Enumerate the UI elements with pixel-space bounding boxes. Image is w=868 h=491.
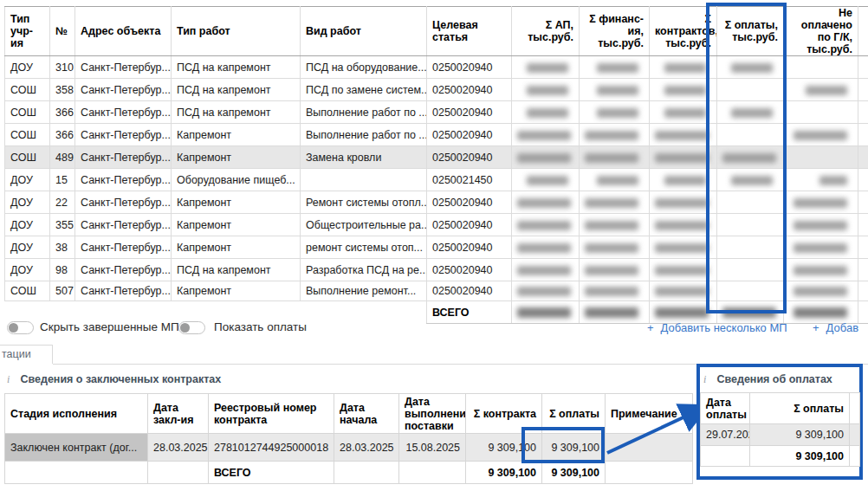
cell-institution-type: СОШ [5,146,50,169]
cell-address: Санкт-Петербур... [75,169,172,191]
col-note[interactable]: Примечание [606,394,693,434]
cell-unpaid-redacted [784,191,858,214]
col-work-type[interactable]: Тип работ [172,7,301,56]
col-contract-sum[interactable]: Σ контракта [466,394,542,434]
cell-sum-financing-redacted [580,281,650,301]
cell-number: 366 [50,101,75,124]
cell-sum-payments-redacted [717,214,784,236]
cell-address: Санкт-Петербур... [75,191,172,214]
table-row[interactable]: ДОУ 38 Санкт-Петербур... Капремонт ремон… [5,236,868,259]
hide-completed-toggle[interactable] [7,321,34,334]
table-row[interactable]: ДОУ 15 Санкт-Петербур... Оборудование пи… [5,169,868,191]
cell-sum-ap-redacted [512,101,580,124]
payments-table-header: Дата оплаты Σ оплаты [701,393,860,424]
empty-cell [606,462,693,484]
cell-work-type: Капремонт [172,146,301,169]
table-row[interactable]: ДОУ 355 Санкт-Петербур... Капремонт Обще… [5,214,868,236]
cell-work-kind: ремонт системы отоп... [301,236,427,259]
cell-unpaid-redacted [784,101,858,124]
cell-target-article: 0250020940 [427,191,512,214]
tab-locations-clipped[interactable]: тации [0,345,53,364]
cell-work-type: ПСД на капремонт [172,101,301,124]
cell-number: 358 [50,79,75,101]
table-row[interactable]: СОШ 489 Санкт-Петербур... Капремонт Заме… [5,146,868,169]
table-row[interactable]: ДОУ 98 Санкт-Петербур... ПСД на капремон… [5,259,868,281]
empty-cell [148,462,209,484]
cell-sum-financing-redacted [580,169,650,191]
show-payments-toggle[interactable] [178,321,205,334]
cell-work-type: Капремонт [172,191,301,214]
cell-sum-ap-redacted [512,79,580,101]
total-unpaid-redacted [784,301,858,324]
col-payment-sum[interactable]: Σ оплаты [750,393,850,424]
cell-address: Санкт-Петербур... [75,259,172,281]
col-clipped [850,393,860,424]
cell-sum-contracts-redacted [650,281,717,301]
cell-work-type: Капремонт [172,281,301,301]
col-execution-stage[interactable]: Стадия исполнения [5,394,148,434]
cell-unpaid-redacted [784,124,858,146]
cell-number: 355 [50,214,75,236]
col-number[interactable]: № [50,7,75,56]
table-row[interactable]: ДОУ 310 Санкт-Петербур... ПСД на капремо… [5,56,868,79]
col-registry-number[interactable]: Реестровый номер контракта [209,394,334,434]
cell-target-article: 0250020940 [427,146,512,169]
table-row[interactable]: СОШ 366 Санкт-Петербур... Капремонт Выпо… [5,124,868,146]
cell-execution-stage-selected[interactable]: Заключен контракт (дог... [5,434,148,462]
cell-sum-financing-redacted [580,236,650,259]
col-address[interactable]: Адрес объекта [75,7,172,56]
contract-row[interactable]: Заключен контракт (дог... 28.03.2025 278… [5,434,693,462]
col-work-kind[interactable]: Вид работ [301,7,427,56]
col-payment-date[interactable]: Дата оплаты [701,393,750,424]
cell-address: Санкт-Петербур... [75,124,172,146]
cell-work-kind: Выполнение работ по ... [301,124,427,146]
table-row[interactable]: СОШ 507 Санкт-Петербур... Капремонт Выпо… [5,281,868,301]
col-sum-payments[interactable]: Σ оплаты, тыс.руб. [717,7,784,56]
col-delivery-date[interactable]: Дата выполнения поставки [399,394,466,434]
payment-row[interactable]: 29.07.2025 9 309,100 [701,424,860,446]
add-mp-link-clipped[interactable]: +Добав [813,321,858,334]
cell-institution-type: ДОУ [5,169,50,191]
cell-number: 507 [50,281,75,301]
table-row[interactable]: СОШ 358 Санкт-Петербур... ПСД на капремо… [5,79,868,101]
cell-sum-contracts-redacted [650,191,717,214]
info-icon: i [7,373,17,386]
col-institution-type[interactable]: Тип учр-ия [5,7,50,56]
cell-sum-ap-redacted [512,169,580,191]
cell-institution-type: ДОУ [5,259,50,281]
cell-address: Санкт-Петербур... [75,146,172,169]
col-sum-ap[interactable]: Σ АП, тыс.руб. [512,7,580,56]
cell-address: Санкт-Петербур... [75,281,172,301]
cell-sum-ap-redacted [512,236,580,259]
add-several-mp-link[interactable]: +Добавить несколько МП [647,321,787,334]
col-target-article[interactable]: Целевая статья [427,7,512,56]
table-row[interactable]: СОШ 366 Санкт-Петербур... ПСД на капремо… [5,101,868,124]
table-row[interactable]: ДОУ 22 Санкт-Петербур... Капремонт Ремон… [5,191,868,214]
cell-sum-financing-redacted [580,124,650,146]
payments-panel: i Сведения об оплатах Дата оплаты Σ опла… [696,364,863,480]
cell-clipped [858,146,868,169]
cell-note [606,434,693,462]
cell-sum-ap-redacted [512,259,580,281]
col-sum-contracts[interactable]: Σ контрактов, тыс.руб. [650,7,717,56]
cell-start-date: 28.03.2025 [334,434,399,462]
cell-target-article: 0250020940 [427,236,512,259]
col-signed-date[interactable]: Дата закл-ия [148,394,209,434]
cell-target-article: 0250020940 [427,79,512,101]
cell-sum-payments-redacted [717,124,784,146]
show-payments-label: Показать оплаты [214,320,307,333]
contracts-section-title: i Сведения о заключенных контрактах [7,373,221,386]
cell-target-article: 0250020940 [427,281,512,301]
col-start-date[interactable]: Дата начала [334,394,399,434]
cell-institution-type: СОШ [5,79,50,101]
cell-sum-financing-redacted [580,146,650,169]
cell-address: Санкт-Петербур... [75,56,172,79]
col-clipped [858,7,868,56]
cell-contract-sum: 9 309,100 [466,434,542,462]
cell-sum-payments-redacted [717,191,784,214]
cell-sum-contracts-redacted [650,169,717,191]
col-sum-financing[interactable]: Σ финанс-ия, тыс.руб. [580,7,650,56]
col-unpaid[interactable]: Не оплачено по Г/К, тыс.руб. [784,7,858,56]
col-paid-sum[interactable]: Σ оплаты [542,394,606,434]
contracts-table-header: Стадия исполнения Дата закл-ия Реестровы… [5,394,693,434]
